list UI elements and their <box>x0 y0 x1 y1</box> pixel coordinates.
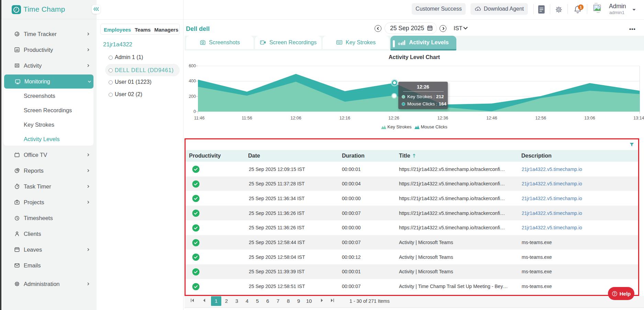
svg-text:12:36: 12:36 <box>437 116 448 120</box>
svg-text:400: 400 <box>189 79 196 83</box>
svg-text:12:06: 12:06 <box>290 116 301 120</box>
svg-text:12:16: 12:16 <box>340 116 350 120</box>
svg-text:0: 0 <box>193 109 196 114</box>
svg-text:13:06: 13:06 <box>584 116 595 120</box>
svg-text:13:14: 13:14 <box>633 116 644 120</box>
svg-text:12:26: 12:26 <box>388 116 399 120</box>
svg-text:12:46: 12:46 <box>486 116 497 120</box>
svg-text:11:46: 11:46 <box>194 116 204 120</box>
svg-text:600: 600 <box>189 64 196 68</box>
svg-text:11:56: 11:56 <box>242 116 252 120</box>
svg-text:200: 200 <box>189 94 196 99</box>
svg-text:12:56: 12:56 <box>535 116 546 120</box>
